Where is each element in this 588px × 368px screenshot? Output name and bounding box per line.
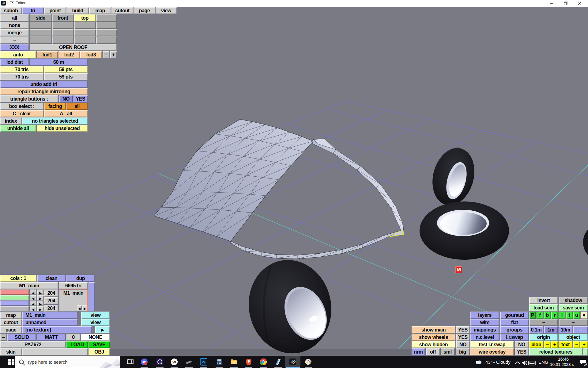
svg-text:Ps: Ps <box>202 360 205 364</box>
svg-text:4: 4 <box>585 363 586 366</box>
svg-text:W: W <box>172 360 176 364</box>
